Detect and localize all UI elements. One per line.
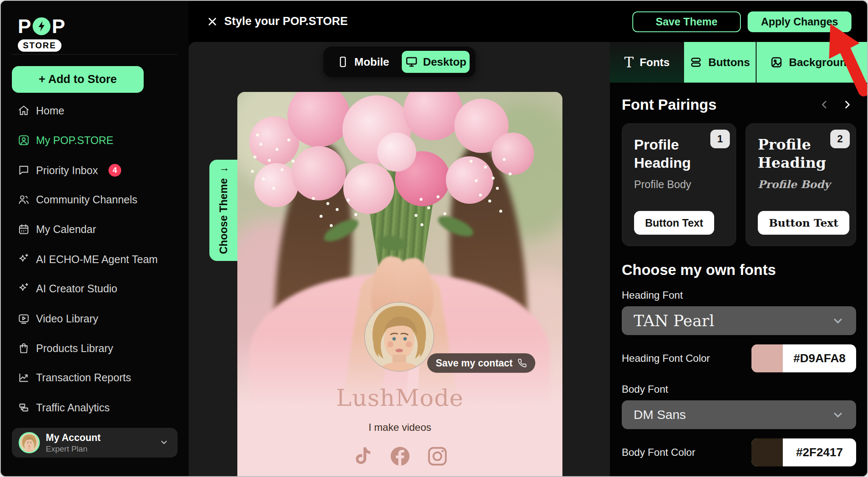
add-to-store-button[interactable]: + Add to Store <box>12 66 144 93</box>
sidebar-item-ai-creator-studio[interactable]: AI Creator Studio <box>18 280 117 297</box>
chevron-down-icon <box>832 408 844 421</box>
page-title: Style your POP.STORE <box>224 1 348 42</box>
body-font-label: Body Font <box>622 383 856 395</box>
sparkles-icon <box>18 283 30 294</box>
choose-theme-tab[interactable]: Choose Theme ↓ <box>209 160 237 261</box>
pairing-body-sample: Profile Body <box>634 178 724 191</box>
chevron-left-icon[interactable] <box>819 99 830 110</box>
bolt-icon <box>33 17 50 35</box>
cover-photo <box>237 92 562 422</box>
editor-content: Mobile Desktop Choose Theme ↓ <box>189 42 867 476</box>
sidebar-item-ai-echo-me[interactable]: AI ECHO-ME Agent Team <box>18 251 158 268</box>
body-font-color-picker[interactable]: #2F2417 <box>751 438 856 466</box>
tiktok-icon[interactable] <box>351 444 375 468</box>
buttons-icon <box>690 56 702 69</box>
body-font-value: DM Sans <box>634 408 686 422</box>
users-icon <box>18 194 30 205</box>
heading-font-dropdown[interactable]: TAN Pearl <box>622 306 856 335</box>
profile-card-icon <box>18 134 30 146</box>
calendar-icon <box>18 223 30 235</box>
sidebar-item-my-popstore[interactable]: My POP.STORE <box>18 132 113 149</box>
heading-font-value: TAN Pearl <box>634 312 714 330</box>
heading-color-hex: #D9AFA8 <box>783 344 856 372</box>
font-pairing-card-1[interactable]: 1 Profile Heading Profile Body Button Te… <box>622 123 736 246</box>
editor-topbar: Style your POP.STORE Save Theme Apply Ch… <box>189 1 867 42</box>
pairing-heading-sample: Profile Heading <box>634 136 702 172</box>
heading-font-label: Heading Font <box>622 289 856 301</box>
apply-changes-button[interactable]: Apply Changes <box>748 11 851 32</box>
sidebar-item-priority-inbox[interactable]: Priority Inbox 4 <box>18 162 121 179</box>
font-pairings-title: Font Pairings <box>622 96 717 113</box>
phone-call-icon <box>517 358 527 368</box>
logo-store-label: STORE <box>18 39 61 52</box>
trend-chart-icon <box>18 372 30 383</box>
pairing-number-badge: 2 <box>830 130 850 148</box>
inbox-count-badge: 4 <box>108 164 121 177</box>
font-pairing-card-2[interactable]: 2 Profile Heading Profile Body Button Te… <box>746 123 856 246</box>
social-links <box>237 444 562 468</box>
style-panel: T Fonts Buttons Background Font Pairings <box>610 42 867 476</box>
sidebar: P P STORE + Add to Store Home My POP.STO… <box>1 1 189 476</box>
my-account-card[interactable]: My Account Expert Plan <box>12 428 178 458</box>
monitor-icon <box>405 55 418 68</box>
heading-color-swatch <box>751 344 783 372</box>
chevron-right-icon[interactable] <box>842 99 853 110</box>
sidebar-item-video-library[interactable]: Video Library <box>18 310 98 327</box>
text-icon: T <box>624 54 634 71</box>
sidebar-item-transaction-reports[interactable]: Transaction Reports <box>18 369 131 386</box>
shopping-bag-icon <box>18 342 30 354</box>
desktop-toggle-button[interactable]: Desktop <box>402 51 470 73</box>
tab-fonts[interactable]: T Fonts <box>610 42 684 83</box>
sidebar-item-home[interactable]: Home <box>18 102 64 119</box>
close-icon[interactable] <box>203 12 222 31</box>
heading-font-color-label: Heading Font Color <box>622 352 710 364</box>
flow-bars-icon <box>18 402 30 413</box>
chevron-down-icon <box>159 437 169 449</box>
sidebar-item-community-channels[interactable]: Community Channels <box>18 191 137 208</box>
sidebar-item-products-library[interactable]: Products Library <box>18 340 113 357</box>
body-color-hex: #2F2417 <box>783 438 856 466</box>
image-icon <box>770 56 783 69</box>
store-preview: Save my contact LushMode I make videos <box>237 92 562 477</box>
choose-own-fonts-title: Choose my own fonts <box>622 261 856 278</box>
store-name: LushMode <box>237 384 562 411</box>
sidebar-item-my-calendar[interactable]: My Calendar <box>18 221 96 238</box>
save-theme-button[interactable]: Save Theme <box>632 11 741 32</box>
account-plan: Expert Plan <box>46 444 159 454</box>
home-icon <box>18 105 30 116</box>
video-icon <box>18 313 30 324</box>
mobile-toggle-button[interactable]: Mobile <box>337 55 389 69</box>
account-avatar <box>19 432 40 453</box>
tab-background[interactable]: Background <box>757 42 867 83</box>
popstore-logo: P P STORE <box>18 14 66 52</box>
profile-avatar <box>364 302 434 372</box>
pairing-number-badge: 1 <box>710 130 730 148</box>
facebook-icon[interactable] <box>388 444 412 468</box>
body-font-color-label: Body Font Color <box>622 446 695 458</box>
pairing-button-sample: Button Text <box>758 211 849 235</box>
body-color-swatch <box>751 438 783 466</box>
logo-letter: P <box>52 14 65 38</box>
instagram-icon[interactable] <box>426 444 449 468</box>
sidebar-item-traffic-analytics[interactable]: Traffic Analytics <box>18 399 110 416</box>
tab-buttons[interactable]: Buttons <box>684 42 756 83</box>
arrow-icon: ↓ <box>217 167 229 172</box>
sidebar-divider <box>12 54 178 55</box>
account-name: My Account <box>46 432 159 444</box>
pairing-body-sample: Profile Body <box>758 178 844 191</box>
app-window: P P STORE + Add to Store Home My POP.STO… <box>0 0 868 477</box>
sparkles-icon <box>18 253 30 265</box>
logo-letter: P <box>18 14 31 38</box>
pairing-button-sample: Button Text <box>634 211 714 235</box>
heading-font-color-picker[interactable]: #D9AFA8 <box>751 344 856 372</box>
chat-icon <box>18 164 30 176</box>
body-font-dropdown[interactable]: DM Sans <box>622 400 856 429</box>
device-toggle: Mobile Desktop <box>323 47 476 77</box>
style-panel-tabs: T Fonts Buttons Background <box>610 42 867 83</box>
pairing-heading-sample: Profile Heading <box>758 136 826 172</box>
fonts-panel-body: Font Pairings 1 Profile Heading Profile … <box>610 83 867 476</box>
save-contact-button[interactable]: Save my contact <box>427 353 535 373</box>
store-bio: I make videos <box>237 422 562 433</box>
phone-icon <box>337 56 349 68</box>
chevron-down-icon <box>832 314 844 327</box>
